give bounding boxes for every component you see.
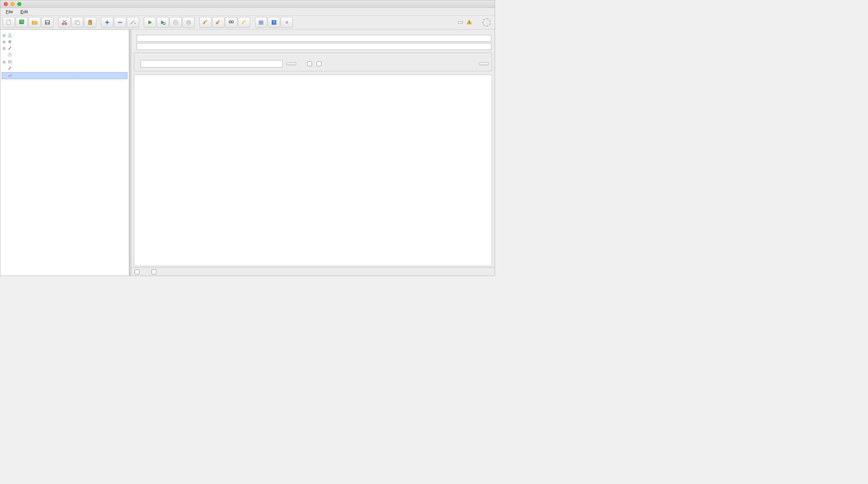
scroll-auto-checkbox[interactable] [135, 269, 141, 274]
panel-title [131, 30, 495, 34]
tree-item-thread-group[interactable]: ⊟ [2, 39, 127, 45]
copy-button[interactable] [71, 17, 83, 28]
start-button[interactable] [144, 17, 156, 28]
menu-options[interactable] [47, 11, 54, 12]
stop-button[interactable] [170, 17, 182, 28]
minimize-window-button[interactable] [11, 2, 15, 6]
svg-rect-0 [7, 20, 10, 24]
svg-rect-4 [46, 21, 49, 22]
errors-checkbox[interactable] [307, 61, 313, 66]
clear-all-button[interactable] [212, 17, 224, 28]
child-samples-checkbox[interactable] [152, 269, 158, 274]
menu-edit[interactable]: Edit [17, 8, 31, 15]
close-window-button[interactable] [4, 2, 8, 6]
svg-text:?: ? [273, 20, 275, 24]
svg-point-13 [163, 22, 165, 25]
svg-rect-15 [205, 20, 207, 22]
plugin-button[interactable] [281, 17, 293, 28]
open-button[interactable] [28, 17, 41, 28]
reset-search-button[interactable] [238, 17, 250, 28]
clear-button[interactable] [199, 17, 212, 28]
svg-point-7 [65, 23, 67, 25]
new-button[interactable] [3, 17, 15, 28]
svg-rect-30 [8, 61, 11, 63]
shutdown-button[interactable] [182, 17, 195, 28]
search-icon-button[interactable] [225, 17, 237, 28]
paste-button[interactable] [84, 17, 96, 28]
svg-point-6 [62, 23, 64, 25]
configure-button[interactable] [479, 62, 489, 65]
expand-toggle-icon[interactable]: ⊟ [2, 40, 6, 44]
dropper-icon [7, 45, 13, 51]
svg-rect-5 [46, 23, 49, 24]
tree-panel: ⊟ ⊟ [0, 30, 129, 276]
toggle-button[interactable] [127, 17, 139, 28]
svg-point-17 [229, 21, 231, 23]
function-helper-button[interactable] [255, 17, 267, 28]
menu-help[interactable] [54, 11, 61, 12]
tree-item-view-results[interactable]: · [2, 72, 127, 79]
svg-rect-20 [259, 21, 263, 22]
tree-item-http-sequential[interactable]: · [2, 65, 127, 71]
status-bar [131, 267, 495, 276]
successes-checkbox[interactable] [317, 61, 323, 66]
browse-button[interactable] [286, 62, 296, 65]
toolbar: ? ! [0, 15, 495, 30]
menu-search[interactable] [32, 11, 39, 12]
elapsed-timer [458, 21, 463, 23]
dropper-icon [7, 66, 13, 71]
tree-item-critical-section[interactable]: ⊟ [2, 59, 127, 65]
comments-input[interactable] [137, 43, 491, 50]
expand-toggle-icon[interactable]: ⊟ [2, 46, 6, 50]
controller-icon [7, 59, 13, 64]
collapse-button[interactable] [114, 17, 126, 28]
expand-toggle-icon[interactable]: ⊟ [2, 60, 6, 64]
svg-rect-21 [259, 22, 263, 23]
content-panel [131, 30, 495, 276]
save-button[interactable] [41, 17, 54, 28]
results-table[interactable] [134, 75, 492, 266]
tree-item-http-parallel[interactable]: ⊟ [2, 45, 127, 51]
cut-button[interactable] [58, 17, 71, 28]
svg-rect-10 [88, 20, 92, 24]
svg-rect-16 [218, 20, 220, 21]
svg-rect-19 [243, 20, 246, 22]
svg-rect-9 [77, 21, 79, 25]
menubar: File Edit [0, 8, 495, 15]
start-no-pause-button[interactable] [157, 17, 169, 28]
expand-button[interactable] [101, 17, 113, 28]
svg-point-18 [231, 21, 234, 23]
name-input[interactable] [137, 35, 491, 42]
svg-point-27 [9, 41, 11, 42]
menu-run[interactable] [39, 11, 46, 12]
templates-button[interactable] [16, 17, 28, 28]
svg-rect-2 [20, 20, 24, 23]
titlebar [0, 0, 495, 8]
chart-icon [7, 73, 13, 78]
write-results-fieldset [134, 53, 492, 71]
tree-item-sync-timer[interactable]: · [2, 52, 127, 58]
activity-spinner [482, 18, 491, 26]
clock-icon [7, 52, 13, 57]
help-icon-button[interactable]: ? [268, 17, 280, 28]
warning-icon: ! [466, 19, 472, 26]
app-window: File Edit [0, 0, 495, 276]
flask-icon [7, 33, 13, 38]
svg-rect-11 [90, 20, 91, 21]
svg-rect-22 [259, 23, 263, 24]
svg-text:!: ! [469, 20, 470, 24]
filename-input[interactable] [140, 60, 283, 68]
svg-point-12 [134, 20, 135, 21]
tree-item-test-plan[interactable]: ⊟ [2, 32, 127, 38]
svg-rect-28 [10, 46, 11, 48]
menu-file[interactable]: File [2, 8, 16, 15]
gear-icon [7, 39, 13, 44]
maximize-window-button[interactable] [17, 2, 21, 6]
svg-rect-31 [10, 67, 11, 68]
expand-toggle-icon[interactable]: ⊟ [2, 34, 6, 37]
